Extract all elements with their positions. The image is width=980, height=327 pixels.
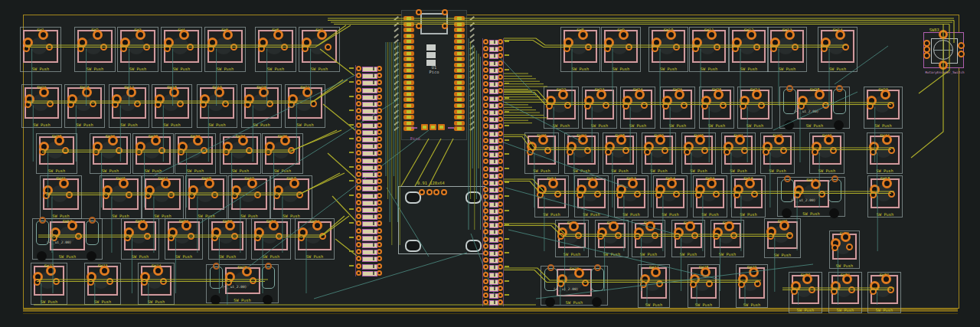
switch-footprint[interactable]: SW25SW_Push (660, 87, 695, 129)
pad[interactable] (882, 135, 892, 145)
mcu-pad[interactable] (403, 34, 414, 38)
debug-pad[interactable] (438, 124, 445, 130)
mcu-pad[interactable] (454, 45, 465, 50)
mcu-pad[interactable] (403, 110, 414, 114)
diode[interactable] (356, 192, 382, 199)
mcu-pad[interactable] (403, 121, 414, 126)
pad[interactable] (564, 102, 571, 109)
pad[interactable] (675, 90, 684, 100)
pad[interactable] (652, 232, 658, 239)
switch-footprint[interactable]: SW47SW_Push (142, 175, 184, 219)
diode[interactable] (356, 129, 382, 136)
pad[interactable] (575, 232, 582, 239)
switch-footprint[interactable]: SW73SW_Push (84, 263, 121, 305)
pad[interactable] (888, 191, 895, 198)
switch-footprint[interactable]: SW31SW_Push (90, 133, 131, 174)
pad[interactable] (187, 44, 194, 51)
pad[interactable] (724, 149, 730, 155)
pad[interactable] (211, 234, 218, 241)
diode[interactable] (356, 199, 382, 206)
diode[interactable] (356, 206, 382, 213)
diode[interactable] (356, 136, 382, 142)
pad[interactable] (887, 286, 894, 293)
switch-footprint[interactable]: SW71SW_Push (829, 231, 860, 269)
pad[interactable] (222, 100, 229, 107)
pad[interactable] (684, 149, 691, 155)
switch-footprint[interactable]: SW2SW_Push (74, 27, 116, 72)
pad[interactable] (77, 45, 84, 52)
mcu-pad[interactable] (403, 51, 414, 56)
pad[interactable] (681, 102, 688, 109)
switch-footprint[interactable]: SW3SW_Push (117, 27, 158, 72)
pad[interactable] (567, 149, 573, 155)
pad[interactable] (791, 288, 798, 295)
switch-footprint[interactable]: SW16SW_Push (64, 84, 105, 128)
switch-footprint[interactable]: SW81SW_Push (828, 272, 862, 313)
mcu-pad[interactable] (454, 63, 465, 67)
pad[interactable] (831, 288, 838, 295)
pad[interactable] (302, 45, 309, 52)
switch-footprint[interactable]: SW35SW_Push (262, 133, 303, 174)
encoder-pad[interactable] (958, 42, 965, 49)
diode[interactable] (356, 220, 382, 227)
switch-footprint[interactable]: SW65SW_Push (555, 220, 589, 257)
mcu-pad[interactable] (403, 97, 414, 102)
switch-footprint[interactable]: SW51SW_Push (534, 175, 569, 217)
pad[interactable] (641, 102, 648, 109)
switch-footprint[interactable]: SW64SW_Push (295, 218, 335, 260)
pcb-canvas[interactable]: SW1SW_PushSW2SW_PushSW3SW_PushSW4SW_Push… (0, 0, 980, 327)
pad[interactable] (701, 267, 710, 277)
pad[interactable] (225, 221, 235, 231)
pad[interactable] (880, 90, 890, 100)
switch-footprint[interactable]: SW50SW_Push (270, 175, 312, 219)
mcu-pad[interactable] (454, 97, 465, 102)
mcu-pad[interactable] (454, 68, 465, 73)
switch-footprint[interactable]: SW54SW_Push (653, 175, 688, 217)
mcu-pad[interactable] (403, 103, 414, 108)
pad[interactable] (289, 178, 299, 188)
diode[interactable] (356, 241, 382, 248)
mcu-pad[interactable] (403, 45, 414, 50)
pad[interactable] (281, 44, 288, 51)
switch-footprint[interactable]: SW44SW_Push (867, 132, 903, 174)
encoder-pad[interactable] (958, 51, 965, 57)
diode[interactable] (483, 292, 503, 299)
mcu-pad[interactable] (454, 80, 465, 85)
pad[interactable] (564, 45, 570, 52)
pad[interactable] (758, 102, 765, 109)
switch-footprint[interactable]: SW72SW_Push (31, 263, 67, 305)
switch-footprint[interactable]: SW77SW_Push (638, 264, 670, 308)
mcu-pad[interactable] (454, 103, 465, 108)
switch-footprint[interactable]: SW38SW_Push (603, 132, 637, 174)
switch-footprint[interactable]: SW80SW_Push (789, 272, 822, 313)
switch-footprint[interactable]: SW58SW_Push (867, 175, 903, 217)
pad[interactable] (604, 45, 611, 52)
switch-footprint[interactable]: SW56SW_Push (731, 175, 766, 217)
debug-pad[interactable] (421, 124, 428, 130)
switch-footprint[interactable]: SW61SW_Push (165, 218, 203, 260)
pad[interactable] (792, 44, 799, 51)
pad[interactable] (831, 244, 838, 251)
diode[interactable] (483, 257, 503, 263)
diode[interactable] (483, 52, 503, 59)
pad[interactable] (588, 178, 598, 188)
diode[interactable] (356, 178, 382, 185)
diode[interactable] (356, 142, 382, 149)
switch-footprint[interactable]: SW33SW_Push (175, 133, 216, 174)
switch-footprint[interactable]: SW29SW_Push (864, 87, 903, 129)
mcu-pad[interactable] (403, 16, 414, 21)
switch-footprint[interactable]: SW18SW_Push (152, 84, 192, 128)
pad[interactable] (310, 100, 317, 107)
pad[interactable] (596, 90, 606, 100)
diode[interactable] (483, 179, 503, 186)
mcu-pad[interactable] (403, 80, 414, 85)
switch-footprint[interactable]: SW48SW_Push (185, 175, 227, 219)
pad[interactable] (548, 178, 558, 188)
pad[interactable] (752, 90, 762, 100)
oled-pin-pad[interactable] (419, 189, 425, 195)
pad[interactable] (888, 147, 895, 154)
switch-footprint[interactable]: SW74SW_Push (138, 263, 175, 305)
mcu-footprint[interactable]: U1 Pico Pico (401, 10, 467, 140)
diode[interactable] (356, 255, 382, 262)
pad[interactable] (714, 90, 724, 100)
